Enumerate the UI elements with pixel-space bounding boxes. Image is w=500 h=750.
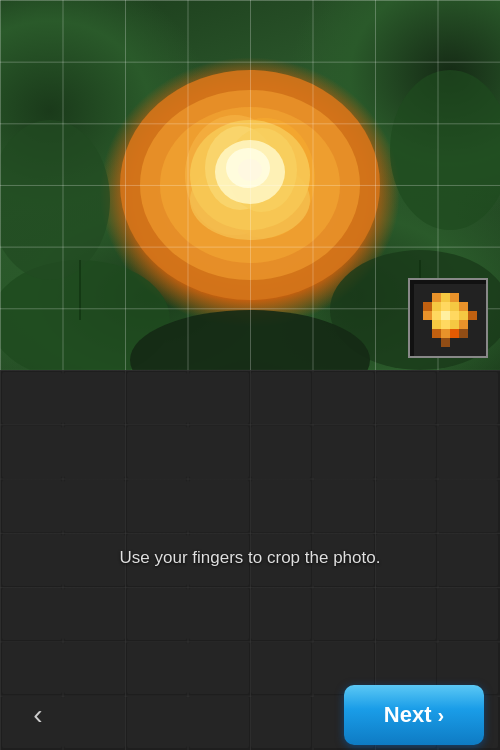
tile bbox=[2, 426, 62, 478]
tile bbox=[313, 480, 373, 532]
svg-rect-35 bbox=[441, 320, 450, 329]
tile bbox=[127, 372, 187, 424]
next-label: Next bbox=[384, 702, 432, 728]
tile bbox=[313, 588, 373, 640]
tile bbox=[127, 588, 187, 640]
tile bbox=[438, 534, 498, 586]
svg-rect-26 bbox=[450, 302, 459, 311]
tile bbox=[2, 588, 62, 640]
svg-rect-41 bbox=[450, 329, 459, 338]
svg-rect-42 bbox=[441, 338, 450, 347]
tile bbox=[127, 426, 187, 478]
svg-rect-28 bbox=[423, 311, 432, 320]
tile bbox=[438, 426, 498, 478]
svg-rect-29 bbox=[432, 311, 441, 320]
tile bbox=[2, 534, 62, 586]
tile bbox=[251, 588, 311, 640]
tile bbox=[313, 426, 373, 478]
tile bbox=[376, 372, 436, 424]
svg-rect-43 bbox=[459, 329, 468, 338]
tile bbox=[189, 588, 249, 640]
svg-rect-20 bbox=[432, 293, 441, 302]
svg-rect-25 bbox=[441, 302, 450, 311]
crop-thumbnail bbox=[408, 278, 488, 358]
svg-rect-37 bbox=[459, 320, 468, 329]
svg-rect-39 bbox=[441, 329, 450, 338]
photo-crop-area[interactable] bbox=[0, 0, 500, 370]
tile bbox=[189, 480, 249, 532]
tile bbox=[438, 372, 498, 424]
svg-rect-33 bbox=[468, 311, 477, 320]
back-button[interactable]: ‹ bbox=[16, 693, 60, 737]
svg-rect-30 bbox=[441, 311, 450, 320]
bottom-panel: Use your fingers to crop the photo. ‹ Ne… bbox=[0, 370, 500, 750]
svg-rect-31 bbox=[450, 311, 459, 320]
svg-rect-22 bbox=[450, 293, 459, 302]
tile bbox=[438, 588, 498, 640]
tile bbox=[189, 372, 249, 424]
tile bbox=[189, 426, 249, 478]
tile bbox=[376, 588, 436, 640]
svg-rect-27 bbox=[459, 302, 468, 311]
tile bbox=[438, 480, 498, 532]
tile bbox=[251, 372, 311, 424]
svg-rect-24 bbox=[432, 302, 441, 311]
tile bbox=[376, 426, 436, 478]
next-button[interactable]: Next › bbox=[344, 685, 484, 745]
svg-rect-21 bbox=[441, 293, 450, 302]
svg-rect-23 bbox=[423, 302, 432, 311]
next-chevron-icon: › bbox=[438, 704, 445, 727]
tile bbox=[251, 426, 311, 478]
bottom-nav: ‹ Next › bbox=[0, 680, 500, 750]
tile bbox=[64, 426, 124, 478]
tile bbox=[64, 534, 124, 586]
tile bbox=[2, 480, 62, 532]
svg-rect-38 bbox=[432, 329, 441, 338]
tile bbox=[64, 372, 124, 424]
instruction-text: Use your fingers to crop the photo. bbox=[120, 548, 381, 568]
tile bbox=[2, 372, 62, 424]
tile bbox=[313, 372, 373, 424]
tile bbox=[251, 480, 311, 532]
svg-rect-34 bbox=[432, 320, 441, 329]
tile bbox=[376, 480, 436, 532]
tile bbox=[64, 588, 124, 640]
tile bbox=[127, 480, 187, 532]
svg-rect-36 bbox=[450, 320, 459, 329]
thumbnail-pixels bbox=[414, 284, 486, 356]
tile bbox=[376, 534, 436, 586]
back-chevron-icon: ‹ bbox=[33, 699, 42, 731]
tile bbox=[64, 480, 124, 532]
svg-rect-32 bbox=[459, 311, 468, 320]
